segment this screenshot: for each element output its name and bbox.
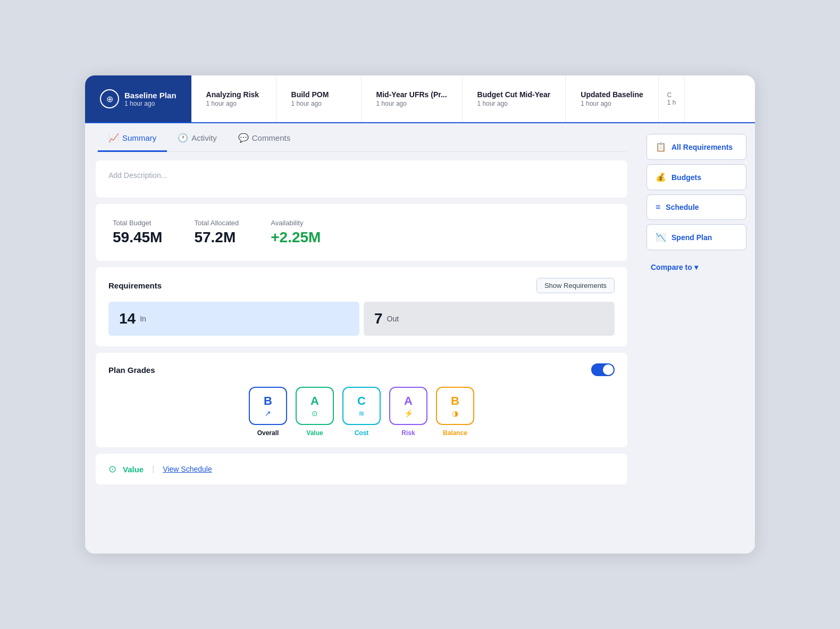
overflow-dots: C1 h: [667, 91, 676, 106]
nav-items-list: Analyzing Risk 1 hour ago Build POM 1 ho…: [191, 75, 755, 122]
nav-item-updated-baseline[interactable]: Updated Baseline 1 hour ago: [566, 75, 658, 122]
top-bar: ⊕ Baseline Plan 1 hour ago Analyzing Ris…: [85, 75, 755, 123]
grade-risk-icon: ⚡: [404, 409, 413, 418]
nav-item-analyzing-risk[interactable]: Analyzing Risk 1 hour ago: [191, 75, 276, 122]
grade-value-badge: A ⊙: [296, 387, 334, 425]
budgets-button[interactable]: 💰 Budgets: [646, 164, 746, 190]
tab-comments[interactable]: 💬 Comments: [228, 123, 301, 152]
requirements-out-count: 7: [374, 310, 383, 327]
nav-item-title-1: Build POM: [291, 90, 346, 99]
description-box[interactable]: Add Description...: [96, 160, 627, 198]
spend-plan-button[interactable]: 📉 Spend Plan: [646, 224, 746, 250]
baseline-time: 1 hour ago: [124, 100, 177, 107]
grade-overall-icon: ↗: [265, 409, 271, 418]
requirements-header: Requirements Show Requirements: [108, 278, 615, 293]
summary-icon: 📈: [108, 133, 119, 143]
grade-balance-badge: B ◑: [436, 387, 474, 425]
total-budget-label: Total Budget: [113, 219, 162, 227]
grade-risk-label: Risk: [401, 429, 415, 437]
nav-item-sub-4: 1 hour ago: [581, 100, 643, 107]
grade-balance-icon: ◑: [452, 409, 458, 418]
view-schedule-link[interactable]: View Schedule: [163, 465, 212, 473]
total-allocated-value: 57.2M: [194, 229, 239, 246]
nav-item-title-2: Mid-Year UFRs (Pr...: [376, 90, 447, 99]
requirements-box: Requirements Show Requirements 14 In 7 O…: [96, 267, 627, 346]
requirements-grid: 14 In 7 Out: [108, 302, 615, 336]
nav-item-sub-2: 1 hour ago: [376, 100, 447, 107]
requirements-in-cell: 14 In: [108, 302, 359, 336]
grades-toggle[interactable]: [591, 363, 615, 376]
schedule-button[interactable]: ≡ Schedule: [646, 194, 746, 220]
activity-icon: 🕐: [178, 133, 188, 143]
value-divider: |: [152, 464, 154, 474]
total-budget-item: Total Budget 59.45M: [113, 219, 162, 246]
nav-item-title-4: Updated Baseline: [581, 90, 643, 99]
nav-item-sub-1: 1 hour ago: [291, 100, 346, 107]
grades-grid: B ↗ Overall A ⊙ Value: [108, 387, 615, 437]
grade-balance-label: Balance: [443, 429, 467, 437]
nav-item-mid-year-ufrs[interactable]: Mid-Year UFRs (Pr... 1 hour ago: [362, 75, 463, 122]
nav-item-sub-3: 1 hour ago: [477, 100, 551, 107]
grades-title: Plan Grades: [108, 366, 155, 375]
schedule-label: Schedule: [666, 203, 699, 211]
compare-chevron-icon: ▾: [694, 263, 698, 271]
baseline-button[interactable]: ⊕ Baseline Plan 1 hour ago: [85, 75, 191, 122]
availability-item: Availability +2.25M: [271, 219, 321, 246]
spend-plan-label: Spend Plan: [671, 233, 712, 242]
requirements-out-cell: 7 Out: [364, 302, 615, 336]
requirements-out-label: Out: [387, 314, 399, 323]
grade-overall[interactable]: B ↗ Overall: [249, 387, 287, 437]
tab-summary-label: Summary: [122, 133, 156, 142]
tab-comments-label: Comments: [252, 133, 291, 142]
requirements-title: Requirements: [108, 281, 162, 290]
grade-overall-label: Overall: [257, 429, 279, 437]
show-requirements-button[interactable]: Show Requirements: [536, 278, 615, 293]
grade-value-label: Value: [306, 429, 323, 437]
grade-value-letter: A: [310, 394, 319, 408]
comments-icon: 💬: [238, 133, 249, 143]
schedule-icon: ≡: [656, 202, 660, 212]
all-requirements-button[interactable]: 📋 All Requirements: [646, 134, 746, 160]
grade-value[interactable]: A ⊙ Value: [296, 387, 334, 437]
grade-risk-letter: A: [404, 394, 413, 408]
speedometer-icon: ⊙: [108, 463, 116, 475]
grade-value-icon: ⊙: [312, 409, 318, 418]
tab-summary[interactable]: 📈 Summary: [98, 123, 167, 152]
baseline-icon: ⊕: [100, 89, 119, 108]
spend-plan-icon: 📉: [656, 232, 666, 242]
right-sidebar: 📋 All Requirements 💰 Budgets ≡ Schedule …: [638, 123, 755, 554]
total-allocated-label: Total Allocated: [194, 219, 239, 227]
total-budget-value: 59.45M: [113, 229, 162, 246]
nav-item-title-0: Analyzing Risk: [206, 90, 261, 99]
budgets-icon: 💰: [656, 172, 666, 182]
total-allocated-item: Total Allocated 57.2M: [194, 219, 239, 246]
grade-cost-label: Cost: [355, 429, 369, 437]
value-section: ⊙ Value | View Schedule: [96, 454, 627, 484]
value-section-label: Value: [123, 465, 144, 474]
grade-balance[interactable]: B ◑ Balance: [436, 387, 474, 437]
description-placeholder: Add Description...: [108, 171, 167, 180]
baseline-text: Baseline Plan 1 hour ago: [124, 91, 177, 107]
tab-activity[interactable]: 🕐 Activity: [167, 123, 228, 152]
nav-item-build-pom[interactable]: Build POM 1 hour ago: [276, 75, 362, 122]
all-requirements-icon: 📋: [656, 142, 666, 152]
nav-item-title-3: Budget Cut Mid-Year: [477, 90, 551, 99]
grade-overall-badge: B ↗: [249, 387, 287, 425]
grades-header: Plan Grades: [108, 363, 615, 376]
tab-activity-label: Activity: [191, 133, 217, 142]
compare-to-label: Compare to: [651, 263, 692, 271]
nav-item-sub-0: 1 hour ago: [206, 100, 261, 107]
grade-cost-icon: ≋: [358, 409, 365, 418]
compare-to-button[interactable]: Compare to ▾: [646, 258, 746, 277]
grade-cost-badge: C ≋: [342, 387, 381, 425]
main-content: 📈 Summary 🕐 Activity 💬 Comments Add Desc…: [85, 123, 755, 554]
nav-item-budget-cut[interactable]: Budget Cut Mid-Year 1 hour ago: [463, 75, 566, 122]
grade-balance-letter: B: [451, 394, 459, 408]
grade-cost[interactable]: C ≋ Cost: [342, 387, 381, 437]
baseline-title: Baseline Plan: [124, 91, 177, 100]
left-panel: 📈 Summary 🕐 Activity 💬 Comments Add Desc…: [85, 123, 638, 554]
nav-overflow[interactable]: C1 h: [659, 75, 685, 122]
budget-summary-box: Total Budget 59.45M Total Allocated 57.2…: [96, 204, 627, 261]
grade-risk[interactable]: A ⚡ Risk: [389, 387, 427, 437]
grade-overall-letter: B: [264, 394, 272, 408]
